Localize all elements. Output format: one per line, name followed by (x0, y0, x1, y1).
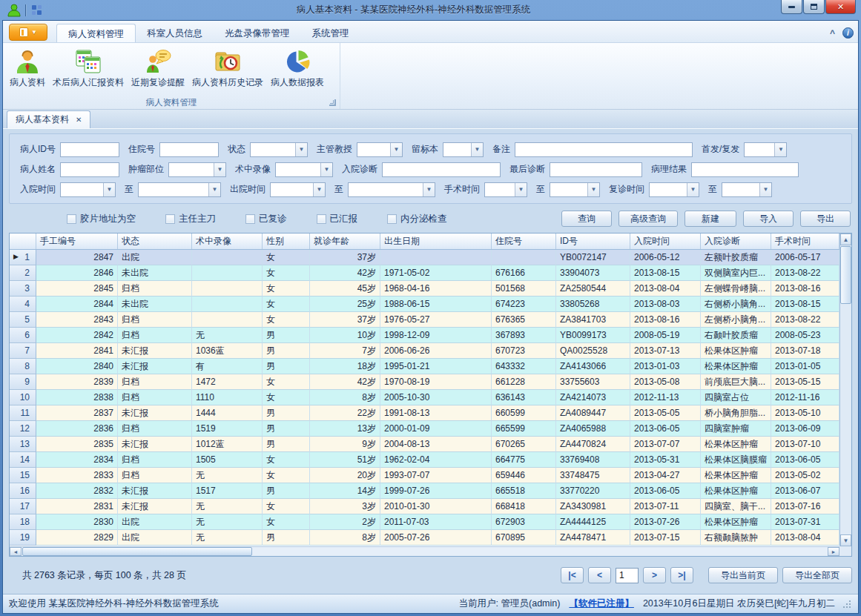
ribbon-tab[interactable]: 科室人员信息 (136, 24, 214, 42)
next-page-button[interactable]: > (643, 567, 666, 583)
column-header[interactable]: 状态 (118, 234, 192, 249)
action-button[interactable]: 新建 (684, 211, 736, 227)
checkbox-icon[interactable] (245, 214, 255, 224)
vertical-scroll-thumb[interactable] (840, 246, 851, 304)
table-row[interactable]: 132835未汇报1012蓝男9岁2004-08-13670265ZA44708… (10, 437, 839, 452)
filter-text-input[interactable] (60, 162, 119, 177)
filter-combo[interactable]: ▼ (348, 182, 435, 197)
combo-arrow-icon[interactable]: ▼ (295, 143, 307, 156)
filter-combo[interactable]: ▼ (550, 182, 600, 197)
registered-link[interactable]: 【软件已注册】 (569, 597, 634, 610)
combo-arrow-icon[interactable]: ▼ (103, 183, 115, 196)
filter-combo[interactable]: ▼ (250, 142, 308, 157)
vertical-scrollbar[interactable]: ▲ ▼ (839, 234, 851, 546)
filter-combo[interactable]: ▼ (484, 182, 527, 197)
page-number-input[interactable] (616, 568, 639, 583)
close-button[interactable]: ✕ (825, 0, 856, 14)
column-header[interactable]: 入院诊断 (701, 234, 771, 249)
table-row[interactable]: 112837未汇报1444男22岁1991-08-13660599ZA40894… (10, 405, 839, 421)
app-menu-button[interactable]: ▼ (9, 24, 47, 41)
export-all-pages-button[interactable]: 导出全部页 (782, 567, 852, 583)
combo-arrow-icon[interactable]: ▼ (471, 143, 483, 156)
table-row[interactable]: 32845归档女45岁1968-04-16501568ZA25805442013… (10, 281, 839, 297)
filter-checkbox[interactable]: 胶片地址为空 (67, 213, 136, 225)
dialog-launcher-icon[interactable] (329, 99, 336, 106)
filter-combo[interactable]: ▼ (744, 142, 787, 157)
table-row[interactable]: 152833归档无女20岁1993-07-0765944633748475201… (10, 468, 839, 483)
scroll-down-icon[interactable]: ▼ (840, 534, 851, 546)
scroll-left-icon[interactable]: ◄ (10, 547, 22, 556)
table-row[interactable]: 42844未出院女25岁1988-06-15674223338052682013… (10, 297, 839, 312)
ribbon-item[interactable]: 术后病人汇报资料 (49, 47, 128, 90)
combo-arrow-icon[interactable]: ▼ (515, 183, 527, 196)
column-header[interactable]: 手工编号 (36, 234, 118, 249)
action-button[interactable]: 高级查询 (618, 211, 678, 227)
combo-arrow-icon[interactable]: ▼ (587, 183, 599, 196)
column-header[interactable] (10, 234, 36, 249)
ribbon-collapse-icon[interactable]: ^ (830, 30, 835, 37)
info-icon[interactable]: i (842, 27, 854, 39)
column-header[interactable]: 就诊年龄 (310, 234, 380, 249)
table-row[interactable]: 162832未汇报1517男14岁1999-07-266655183377022… (10, 483, 839, 499)
table-row[interactable]: 52843归档女37岁1976-05-27676365ZA38417032013… (10, 312, 839, 328)
last-page-button[interactable]: >| (670, 567, 693, 583)
action-button[interactable]: 查询 (561, 211, 612, 227)
filter-combo[interactable]: ▼ (649, 182, 699, 197)
combo-arrow-icon[interactable]: ▼ (208, 183, 220, 196)
combo-arrow-icon[interactable]: ▼ (423, 183, 435, 196)
scroll-up-icon[interactable]: ▲ (840, 234, 851, 245)
ribbon-item[interactable]: 病人数据报表 (267, 47, 328, 90)
combo-arrow-icon[interactable]: ▼ (774, 143, 786, 156)
table-row[interactable]: 122836归档1519男13岁2000-01-09665599ZA406598… (10, 421, 839, 437)
prev-page-button[interactable]: < (588, 567, 611, 583)
filter-checkbox[interactable]: 已复诊 (245, 213, 287, 225)
filter-combo[interactable]: ▼ (722, 182, 772, 197)
column-header[interactable]: 手术时间 (771, 234, 839, 249)
filter-text-input[interactable] (691, 162, 799, 177)
quick-access-icon[interactable] (30, 3, 44, 18)
table-row[interactable]: 192829出院无男8岁2005-07-26670895ZA4478471201… (10, 530, 839, 546)
horizontal-scroll-thumb[interactable] (22, 547, 252, 556)
ribbon-item[interactable]: 近期复诊提醒 (128, 47, 188, 90)
horizontal-scrollbar[interactable]: ◄ ► (10, 546, 839, 556)
filter-combo[interactable]: ▼ (275, 162, 333, 177)
filter-combo[interactable]: ▼ (168, 162, 226, 177)
checkbox-icon[interactable] (317, 214, 326, 224)
table-row[interactable]: 102838归档1110女8岁2005-10-30636143ZA4214073… (10, 390, 839, 405)
ribbon-item[interactable]: 病人资料历史记录 (188, 47, 267, 90)
column-header[interactable]: 术中录像 (192, 234, 263, 249)
combo-arrow-icon[interactable]: ▼ (320, 163, 332, 176)
filter-combo[interactable]: ▼ (443, 142, 484, 157)
column-header[interactable]: 住院号 (492, 234, 556, 249)
action-button[interactable]: 导入 (743, 211, 794, 227)
table-row[interactable]: 182830出院无女2岁2011-07-03672903ZA4444125201… (10, 514, 839, 530)
table-row[interactable]: 92839归档1472女42岁1970-08-19661228337556032… (10, 374, 839, 390)
combo-arrow-icon[interactable]: ▼ (687, 183, 699, 196)
column-header[interactable]: 出生日期 (380, 234, 492, 249)
document-tab[interactable]: 病人基本资料 ✕ (7, 110, 90, 128)
filter-text-input[interactable] (515, 142, 693, 157)
doc-tab-close-icon[interactable]: ✕ (76, 116, 82, 124)
filter-checkbox[interactable]: 内分泌检查 (387, 213, 447, 225)
export-current-page-button[interactable]: 导出当前页 (708, 567, 778, 583)
filter-text-input[interactable] (159, 142, 219, 157)
table-row[interactable]: 72841未汇报1036蓝男7岁2006-06-26670723QA002552… (10, 343, 839, 359)
action-button[interactable]: 导出 (800, 211, 851, 227)
ribbon-item[interactable]: 病人资料 (6, 47, 49, 90)
table-row[interactable]: 172831未汇报无女3岁2010-01-30668418ZA343098120… (10, 499, 839, 514)
resize-grip[interactable] (842, 599, 852, 609)
checkbox-icon[interactable] (165, 214, 175, 224)
maximize-button[interactable] (803, 0, 825, 14)
table-row[interactable]: 82840未汇报有男18岁1995-01-21643332ZA414306620… (10, 359, 839, 374)
scroll-right-icon[interactable]: ► (828, 547, 839, 556)
filter-combo[interactable]: ▼ (357, 142, 403, 157)
filter-text-input[interactable] (550, 162, 642, 177)
column-header[interactable]: 入院时间 (630, 234, 701, 249)
filter-text-input[interactable] (382, 162, 501, 177)
ribbon-tab[interactable]: 病人资料管理 (56, 24, 136, 42)
combo-arrow-icon[interactable]: ▼ (313, 183, 325, 196)
filter-text-input[interactable] (60, 142, 119, 157)
combo-arrow-icon[interactable]: ▼ (214, 163, 225, 176)
combo-arrow-icon[interactable]: ▼ (759, 183, 771, 196)
ribbon-tab[interactable]: 光盘录像带管理 (214, 24, 301, 42)
